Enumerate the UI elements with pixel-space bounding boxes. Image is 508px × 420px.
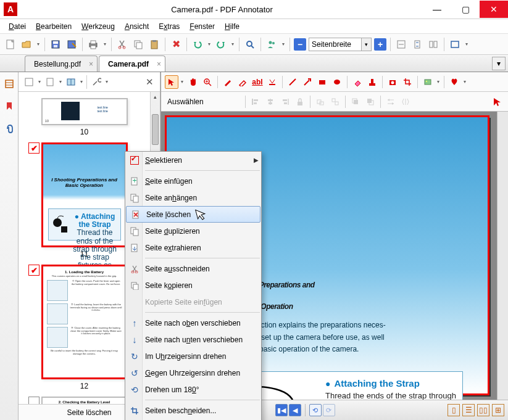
nav-back-icon[interactable]: ⟲	[309, 404, 322, 416]
menu-ansicht[interactable]: Ansicht	[121, 21, 152, 32]
ctx-gegen-uhr[interactable]: ↺ Gegen Uhrzeigersinn drehen	[125, 364, 261, 381]
print-dropdown[interactable]: ▾	[102, 41, 107, 47]
search-icon[interactable]	[243, 38, 257, 51]
nav-first-icon[interactable]: ▮◀	[275, 404, 288, 416]
line-tool-icon[interactable]	[286, 75, 299, 89]
ctx-drehen-180[interactable]: ⟲ Drehen um 180°	[125, 381, 261, 398]
thumb-page-icon[interactable]	[43, 75, 57, 89]
sidebar-thumbnails-icon[interactable]	[2, 77, 16, 91]
ctx-seite-einfuegen[interactable]: + Seite einfügen	[125, 173, 261, 189]
minimize-button[interactable]: —	[423, 1, 451, 18]
tab-overflow[interactable]: ▾	[492, 57, 506, 70]
zoom-input[interactable]	[309, 38, 361, 51]
zoom-plus[interactable]: +	[374, 38, 386, 51]
bring-front-icon[interactable]	[349, 95, 362, 109]
cut-icon[interactable]	[115, 38, 129, 51]
open-icon[interactable]	[20, 38, 33, 51]
fullscreen-dropdown[interactable]: ▾	[464, 41, 469, 47]
text-tool-icon[interactable]: abI	[251, 75, 264, 89]
saveas-icon[interactable]	[65, 38, 78, 51]
line-underline-icon[interactable]	[265, 75, 279, 89]
stamp-tool-icon[interactable]	[365, 75, 379, 89]
lock-icon[interactable]	[293, 95, 307, 109]
sidebar-attachments-icon[interactable]	[2, 121, 16, 135]
view-two-icon[interactable]: ▯▯	[477, 404, 489, 416]
ctx-nach-oben[interactable]: ↑ Seite nach oben verschieben	[125, 315, 261, 331]
rect-tool-icon[interactable]	[315, 75, 329, 89]
crop-tool-icon[interactable]	[401, 75, 414, 89]
maximize-button[interactable]: ▢	[451, 1, 480, 18]
delete-icon[interactable]: ✖	[169, 38, 183, 51]
close-button[interactable]: ✕	[480, 1, 508, 18]
ctx-seite-kopieren[interactable]: Seite kopieren	[125, 277, 261, 294]
fullscreen-icon[interactable]	[448, 38, 462, 51]
thumb-tools-icon[interactable]	[90, 75, 103, 89]
page-checkbox[interactable]: ✔	[28, 265, 40, 276]
save-icon[interactable]	[49, 38, 62, 51]
tab-close-icon[interactable]: ×	[157, 60, 161, 68]
zoom-select[interactable]: ▾	[309, 38, 372, 51]
ctx-beschneiden[interactable]: Seiten beschneiden...	[125, 402, 261, 419]
print-icon[interactable]	[86, 38, 100, 51]
menu-werkzeug[interactable]: Werkzeug	[78, 21, 119, 32]
new-icon[interactable]	[4, 38, 17, 51]
people-icon[interactable]	[265, 38, 278, 51]
fitpage-icon[interactable]	[410, 38, 424, 51]
eraser-tool-icon[interactable]	[351, 75, 364, 89]
camera-tool-icon[interactable]	[386, 75, 399, 89]
align-left-icon[interactable]	[249, 95, 262, 109]
ungroup-icon[interactable]	[328, 95, 342, 109]
ctx-nach-unten[interactable]: ↓ Seite nach unten verschieben	[125, 331, 261, 348]
menu-datei[interactable]: Datei	[5, 21, 30, 32]
page-checkbox[interactable]: ✔	[28, 397, 40, 404]
tab-close-icon[interactable]: ×	[89, 60, 93, 68]
zoom-dropdown[interactable]: ▾	[361, 38, 371, 51]
thumb-close-icon[interactable]: ✕	[143, 75, 156, 89]
thumb-book-icon[interactable]	[64, 75, 78, 89]
zoom-minus[interactable]: −	[294, 38, 306, 51]
send-back-icon[interactable]	[364, 95, 377, 109]
menu-extras[interactable]: Extras	[155, 21, 183, 32]
align-center-icon[interactable]	[264, 95, 277, 109]
marker-tool-icon[interactable]	[236, 75, 249, 89]
pointer-tool-icon[interactable]	[165, 75, 178, 89]
ctx-seite-duplizieren[interactable]: Seite duplizieren	[125, 223, 261, 239]
ctx-im-uhr[interactable]: ↻ Im Uhrzeigersinn drehen	[125, 348, 261, 364]
redo-icon[interactable]	[214, 38, 228, 51]
flip-h-icon[interactable]	[384, 95, 398, 109]
arrow-tool-icon[interactable]	[301, 75, 314, 89]
view-twocontinuous-icon[interactable]: ⊞	[492, 404, 504, 416]
redo-dropdown[interactable]: ▾	[230, 41, 235, 47]
zoom-tool-icon[interactable]	[201, 75, 214, 89]
favorite-tool-icon[interactable]	[448, 75, 461, 89]
ctx-selektieren[interactable]: Selektieren ▶	[125, 152, 261, 168]
nav-fwd-icon[interactable]: ⟳	[323, 404, 335, 416]
view-single-icon[interactable]: ▯	[448, 404, 460, 416]
ctx-seite-extrahieren[interactable]: Seite extrahieren	[125, 239, 261, 256]
pan-tool-icon[interactable]	[186, 75, 199, 89]
flip-v-icon[interactable]	[399, 95, 412, 109]
tab-camera[interactable]: Camera.pdf ×	[99, 56, 165, 72]
menu-hilfe[interactable]: Hilfe	[221, 21, 243, 32]
people-dropdown[interactable]: ▾	[281, 41, 286, 47]
thumb-check-icon[interactable]	[22, 75, 36, 89]
align-right-icon[interactable]	[278, 95, 292, 109]
undo-icon[interactable]	[191, 38, 204, 51]
menu-bearbeiten[interactable]: Bearbeiten	[32, 21, 75, 32]
twopage-icon[interactable]	[427, 38, 440, 51]
view-continuous-icon[interactable]: ☰	[462, 404, 475, 416]
ctx-seite-loeschen[interactable]: Seite löschen	[126, 206, 260, 223]
undo-dropdown[interactable]: ▾	[207, 41, 212, 47]
pen-tool-icon[interactable]	[221, 75, 235, 89]
tab-bestellung[interactable]: Bestellung.pdf ×	[25, 56, 98, 72]
ellipse-tool-icon[interactable]	[330, 75, 344, 89]
page-checkbox[interactable]: ✔	[28, 142, 40, 154]
big-pointer-icon[interactable]	[491, 95, 504, 109]
image-tool-icon[interactable]	[421, 75, 435, 89]
fitwidth-icon[interactable]	[394, 38, 408, 51]
thumb-page-10[interactable]: text line text line 10 10	[25, 98, 144, 136]
ctx-seite-ausschneiden[interactable]: Seite ausschneiden	[125, 260, 261, 277]
group-icon[interactable]	[314, 95, 327, 109]
open-dropdown[interactable]: ▾	[36, 41, 41, 47]
paste-icon[interactable]	[148, 38, 161, 51]
